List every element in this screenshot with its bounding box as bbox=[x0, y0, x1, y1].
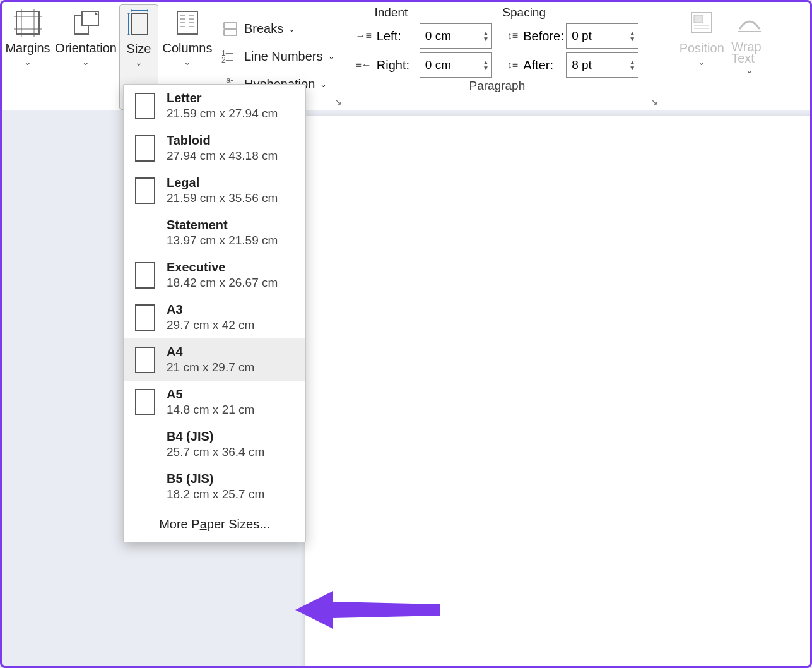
paragraph-dialog-launcher[interactable]: ↘ bbox=[649, 96, 660, 107]
spinner-icon[interactable]: ▲▼ bbox=[483, 30, 489, 42]
spinner-icon[interactable]: ▲▼ bbox=[629, 59, 635, 71]
size-dropdown: Letter21.59 cm x 27.94 cmTabloid27.94 cm… bbox=[123, 84, 306, 542]
size-option-dimensions: 25.7 cm x 36.4 cm bbox=[167, 445, 264, 459]
size-option-dimensions: 18.42 cm x 26.67 cm bbox=[167, 276, 278, 290]
indent-header: Indent bbox=[375, 6, 408, 20]
chevron-down-icon: ⌄ bbox=[746, 65, 753, 75]
indent-left-label: Left: bbox=[377, 29, 415, 44]
chevron-down-icon: ⌄ bbox=[320, 80, 327, 89]
orientation-label: Orientation bbox=[55, 41, 117, 56]
spacing-before-icon: ↕≡ bbox=[507, 30, 518, 42]
size-option[interactable]: Tabloid27.94 cm x 43.18 cm bbox=[124, 127, 305, 169]
spacing-before-input[interactable]: 0 pt ▲▼ bbox=[566, 23, 638, 49]
indent-left-value: 0 cm bbox=[425, 29, 451, 43]
size-option-name: Executive bbox=[167, 260, 278, 275]
size-option-name: Tabloid bbox=[167, 133, 278, 148]
svg-rect-24 bbox=[224, 30, 237, 35]
page-icon bbox=[135, 389, 155, 415]
line-numbers-button[interactable]: 1—2— Line Numbers ⌄ bbox=[218, 43, 339, 71]
size-option[interactable]: A421 cm x 29.7 cm bbox=[124, 338, 305, 381]
orientation-icon bbox=[71, 8, 101, 37]
breaks-icon bbox=[221, 21, 239, 37]
size-option-dimensions: 21 cm x 29.7 cm bbox=[167, 361, 254, 374]
indent-left-input[interactable]: 0 cm ▲▼ bbox=[420, 23, 492, 49]
breaks-label: Breaks bbox=[244, 21, 283, 36]
more-paper-sizes-post: per Sizes... bbox=[207, 517, 270, 531]
breaks-button[interactable]: Breaks ⌄ bbox=[218, 15, 339, 43]
size-option[interactable]: Statement13.97 cm x 21.59 cm bbox=[124, 212, 305, 254]
wrap-text-button: Wrap Text ⌄ bbox=[727, 2, 772, 110]
columns-icon bbox=[175, 8, 200, 37]
page-icon bbox=[135, 220, 155, 246]
svg-rect-0 bbox=[16, 11, 39, 34]
size-option-name: A4 bbox=[167, 345, 254, 359]
size-label: Size bbox=[127, 42, 151, 56]
indent-left-icon: →≡ bbox=[356, 30, 372, 42]
size-option-name: A3 bbox=[167, 302, 254, 317]
chevron-down-icon: ⌄ bbox=[135, 57, 143, 68]
size-option-name: Statement bbox=[167, 218, 278, 232]
size-option-name: B4 (JIS) bbox=[167, 429, 264, 444]
chevron-down-icon: ⌄ bbox=[698, 57, 705, 67]
svg-rect-26 bbox=[694, 15, 703, 23]
page-icon bbox=[135, 431, 155, 458]
spacing-after-label: After: bbox=[523, 58, 561, 73]
size-option-name: B5 (JIS) bbox=[167, 472, 264, 486]
margins-label: Margins bbox=[5, 41, 50, 56]
page-icon bbox=[135, 474, 155, 500]
size-option-dimensions: 21.59 cm x 35.56 cm bbox=[167, 191, 278, 205]
chevron-down-icon: ⌄ bbox=[288, 24, 295, 33]
size-option[interactable]: Legal21.59 cm x 35.56 cm bbox=[124, 169, 305, 212]
wrap-text-label: Wrap Text bbox=[731, 41, 768, 64]
page-icon bbox=[135, 304, 155, 331]
columns-label: Columns bbox=[163, 41, 213, 56]
line-numbers-icon: 1—2— bbox=[221, 50, 239, 64]
margins-icon bbox=[14, 8, 42, 37]
chevron-down-icon: ⌄ bbox=[82, 57, 90, 67]
annotation-arrow bbox=[295, 582, 447, 641]
indent-right-value: 0 cm bbox=[425, 58, 451, 72]
size-option-dimensions: 18.2 cm x 25.7 cm bbox=[167, 487, 264, 501]
size-option[interactable]: Letter21.59 cm x 27.94 cm bbox=[124, 85, 305, 127]
wrap-text-icon bbox=[736, 8, 763, 37]
spinner-icon[interactable]: ▲▼ bbox=[629, 30, 635, 42]
more-paper-sizes-accel: a bbox=[200, 517, 207, 531]
orientation-button[interactable]: Orientation ⌄ bbox=[54, 2, 118, 110]
spinner-icon[interactable]: ▲▼ bbox=[483, 59, 489, 71]
spacing-before-label: Before: bbox=[523, 29, 561, 44]
indent-right-input[interactable]: 0 cm ▲▼ bbox=[420, 52, 492, 78]
size-option[interactable]: Executive18.42 cm x 26.67 cm bbox=[124, 254, 305, 296]
size-icon bbox=[126, 9, 151, 38]
position-button: Position ⌄ bbox=[676, 2, 727, 110]
size-option-dimensions: 27.94 cm x 43.18 cm bbox=[167, 149, 278, 163]
page-icon bbox=[135, 135, 155, 162]
spacing-before-value: 0 pt bbox=[572, 29, 592, 43]
size-option[interactable]: B5 (JIS)18.2 cm x 25.7 cm bbox=[124, 465, 305, 508]
spacing-after-input[interactable]: 8 pt ▲▼ bbox=[566, 52, 638, 78]
chevron-down-icon: ⌄ bbox=[328, 52, 335, 61]
page-icon bbox=[135, 262, 155, 289]
size-option-name: A5 bbox=[167, 387, 254, 402]
position-icon bbox=[689, 8, 714, 37]
page-icon bbox=[135, 93, 155, 119]
size-option-name: Legal bbox=[167, 176, 278, 190]
size-option[interactable]: B4 (JIS)25.7 cm x 36.4 cm bbox=[124, 423, 305, 465]
svg-rect-7 bbox=[131, 13, 148, 35]
size-option-name: Letter bbox=[167, 91, 278, 105]
size-option-dimensions: 29.7 cm x 42 cm bbox=[167, 318, 254, 332]
indent-right-label: Right: bbox=[377, 58, 415, 73]
page-setup-dialog-launcher[interactable]: ↘ bbox=[332, 96, 344, 107]
svg-marker-30 bbox=[295, 591, 440, 629]
chevron-down-icon: ⌄ bbox=[184, 57, 191, 67]
page-icon bbox=[135, 177, 155, 204]
size-option-dimensions: 21.59 cm x 27.94 cm bbox=[167, 107, 278, 121]
more-paper-sizes-button[interactable]: More Paper Sizes... bbox=[124, 508, 305, 542]
spacing-after-icon: ↕≡ bbox=[507, 59, 518, 71]
svg-rect-14 bbox=[177, 11, 197, 34]
margins-button[interactable]: Margins ⌄ bbox=[2, 2, 54, 110]
spacing-after-value: 8 pt bbox=[572, 58, 592, 72]
position-label: Position bbox=[680, 41, 724, 56]
page-icon bbox=[135, 347, 155, 373]
size-option[interactable]: A329.7 cm x 42 cm bbox=[124, 296, 305, 338]
size-option[interactable]: A514.8 cm x 21 cm bbox=[124, 381, 305, 423]
